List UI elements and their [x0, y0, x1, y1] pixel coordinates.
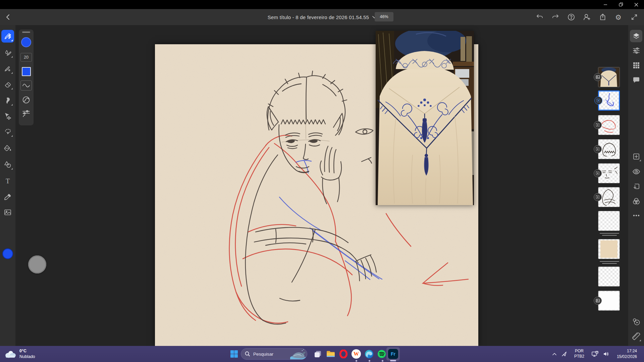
windows-logo-icon [230, 350, 238, 358]
layer-paper-tone[interactable] [598, 239, 620, 259]
layer-background[interactable] [598, 291, 620, 311]
task-view-button[interactable] [311, 347, 325, 361]
move-transform-tool[interactable] [1, 110, 14, 123]
undo-button[interactable] [532, 10, 547, 24]
layer-visibility-icon[interactable] [630, 165, 642, 178]
pixel-layer-badge-icon [594, 145, 602, 153]
settings-gear-icon[interactable]: ⚙ [610, 10, 626, 24]
windows-taskbar: 0°C Nublado Pesquisar [0, 346, 644, 362]
lasso-select-tool[interactable] [1, 125, 14, 138]
running-indicator [356, 360, 357, 362]
window-titlebar [0, 0, 644, 9]
pixel-layer-badge-icon [594, 169, 602, 177]
grid-icon[interactable] [630, 59, 642, 71]
zoom-level-badge[interactable]: 46% [375, 12, 393, 21]
brush-options-panel: 20 [19, 29, 34, 125]
layer-blue-lines[interactable] [598, 90, 620, 111]
file-explorer-icon [326, 350, 335, 358]
layer-reference-photo[interactable] [598, 67, 620, 87]
layers-tab-icon[interactable] [630, 30, 642, 42]
file-explorer-button[interactable] [324, 347, 337, 361]
mixer-brush-tool[interactable] [1, 62, 14, 75]
hidden-icons-chevron[interactable] [550, 347, 559, 361]
weather-temperature: 0°C [19, 348, 35, 354]
brush-size-field[interactable]: 20 [20, 53, 32, 62]
minimize-button[interactable] [598, 0, 613, 9]
weather-widget[interactable]: 0°C Nublado [4, 346, 35, 362]
pixel-brush-tool[interactable] [1, 30, 14, 43]
smudge-tool[interactable] [1, 94, 14, 107]
livestream-icon[interactable] [630, 315, 642, 328]
back-button[interactable] [3, 12, 13, 22]
layer-body-lineart[interactable] [598, 187, 620, 207]
fullscreen-icon[interactable] [626, 10, 642, 24]
brush-color-indicator[interactable] [21, 37, 31, 47]
layer-face-details[interactable] [598, 163, 620, 183]
redo-button[interactable] [547, 10, 563, 24]
search-placeholder: Pesquisar [253, 352, 289, 357]
running-indicator [382, 360, 383, 362]
current-color-swatch[interactable] [2, 248, 13, 259]
text-tool[interactable]: T [1, 175, 14, 187]
taper-icon[interactable] [22, 96, 31, 104]
fresco-button[interactable]: Fr [386, 347, 400, 361]
comment-icon[interactable] [630, 74, 642, 86]
more-options-icon[interactable] [630, 209, 642, 222]
document-title[interactable]: Sem título - 8 de fevereiro de 2026 01.5… [268, 14, 369, 20]
pixel-layer-badge-icon [594, 97, 602, 105]
shapes-tool[interactable] [1, 158, 14, 171]
invite-person-icon[interactable] [579, 10, 595, 24]
layer-red-lines[interactable] [598, 115, 620, 135]
search-daily-image-whale [289, 349, 306, 359]
location-in-use-icon[interactable] [559, 347, 569, 361]
blend-modes-icon[interactable] [630, 195, 642, 207]
eraser-tool[interactable] [1, 78, 14, 91]
eyedropper-tool[interactable] [1, 191, 14, 203]
clock-widget[interactable]: 17:24 15/02/2026 [612, 347, 644, 361]
volume-icon[interactable] [601, 347, 612, 361]
language-code: POR [574, 349, 584, 354]
layer-group-indicator [600, 233, 619, 236]
opera-button[interactable] [337, 347, 350, 361]
layers-panel [590, 25, 628, 346]
window-controls [598, 0, 644, 9]
place-image-tool[interactable] [1, 206, 14, 219]
touch-shortcut-button[interactable] [28, 255, 46, 274]
task-view-icon [314, 350, 322, 358]
active-app-indicator [390, 360, 396, 361]
fresco-icon: Fr [388, 349, 398, 359]
help-icon[interactable] [563, 10, 579, 24]
running-indicator [369, 360, 370, 362]
live-brush-tool[interactable] [1, 46, 14, 59]
pixel-layer-badge-icon [594, 193, 602, 201]
wattpad-button[interactable]: W [350, 347, 363, 361]
smoothing-toggle[interactable] [20, 80, 32, 90]
share-icon[interactable] [595, 10, 610, 24]
merge-down-icon[interactable] [630, 180, 642, 192]
opera-icon [339, 350, 348, 358]
ruler-icon[interactable] [630, 330, 642, 343]
edge-button[interactable] [362, 347, 376, 361]
restore-button[interactable] [613, 0, 629, 9]
layer-empty-2[interactable] [598, 266, 620, 287]
brush-settings-icon[interactable] [22, 109, 31, 117]
taskbar-search[interactable]: Pesquisar [241, 348, 307, 360]
layer-empty-1[interactable] [598, 211, 620, 231]
tool-sidebar: T [0, 25, 15, 346]
pixel-layer-badge-icon [594, 121, 602, 129]
search-icon [245, 351, 250, 357]
fill-tool[interactable] [1, 142, 14, 155]
add-layer-button[interactable] [630, 150, 642, 163]
close-button[interactable] [629, 0, 644, 9]
color-swatch[interactable] [22, 67, 31, 76]
app-header: Sem título - 8 de fevereiro de 2026 01.5… [0, 9, 644, 25]
image-layer-badge-icon [594, 73, 602, 81]
adjustments-icon[interactable] [630, 44, 642, 57]
start-button[interactable] [227, 347, 241, 361]
reference-photo-cloak[interactable] [376, 31, 474, 205]
layer-hair-outline[interactable] [598, 139, 620, 159]
language-switcher[interactable]: POR PTB2 [569, 347, 589, 361]
svg-text:T: T [6, 177, 10, 185]
image-layer-badge-icon [594, 297, 602, 305]
network-icon[interactable] [589, 347, 601, 361]
